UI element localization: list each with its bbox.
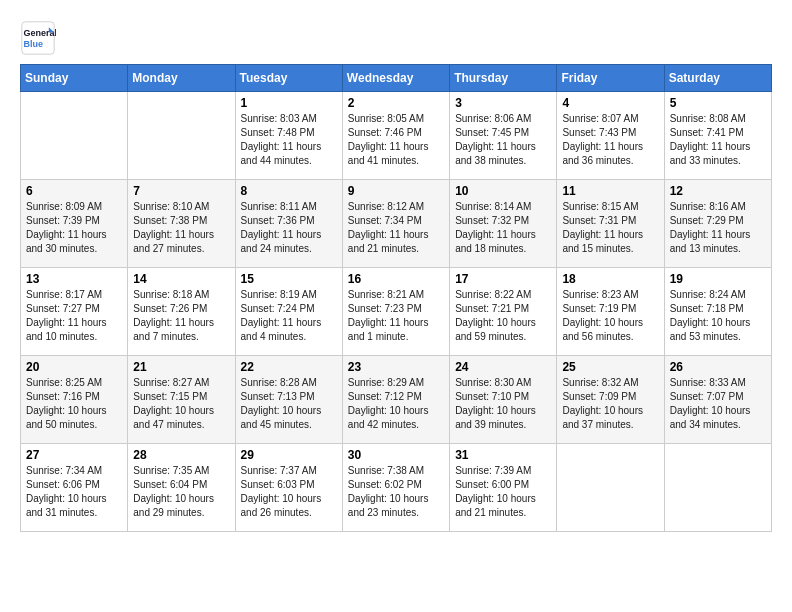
calendar-cell: 9Sunrise: 8:12 AM Sunset: 7:34 PM Daylig… bbox=[342, 180, 449, 268]
day-info: Sunrise: 8:29 AM Sunset: 7:12 PM Dayligh… bbox=[348, 376, 444, 432]
calendar-cell: 7Sunrise: 8:10 AM Sunset: 7:38 PM Daylig… bbox=[128, 180, 235, 268]
calendar-table: SundayMondayTuesdayWednesdayThursdayFrid… bbox=[20, 64, 772, 532]
day-number: 3 bbox=[455, 96, 551, 110]
calendar-cell: 30Sunrise: 7:38 AM Sunset: 6:02 PM Dayli… bbox=[342, 444, 449, 532]
calendar-week-row: 27Sunrise: 7:34 AM Sunset: 6:06 PM Dayli… bbox=[21, 444, 772, 532]
day-number: 17 bbox=[455, 272, 551, 286]
day-info: Sunrise: 8:05 AM Sunset: 7:46 PM Dayligh… bbox=[348, 112, 444, 168]
calendar-cell: 5Sunrise: 8:08 AM Sunset: 7:41 PM Daylig… bbox=[664, 92, 771, 180]
day-info: Sunrise: 8:14 AM Sunset: 7:32 PM Dayligh… bbox=[455, 200, 551, 256]
day-number: 4 bbox=[562, 96, 658, 110]
svg-text:Blue: Blue bbox=[24, 39, 44, 49]
weekday-header: Friday bbox=[557, 65, 664, 92]
day-number: 26 bbox=[670, 360, 766, 374]
calendar-cell: 22Sunrise: 8:28 AM Sunset: 7:13 PM Dayli… bbox=[235, 356, 342, 444]
calendar-cell: 25Sunrise: 8:32 AM Sunset: 7:09 PM Dayli… bbox=[557, 356, 664, 444]
calendar-cell: 21Sunrise: 8:27 AM Sunset: 7:15 PM Dayli… bbox=[128, 356, 235, 444]
day-number: 28 bbox=[133, 448, 229, 462]
day-number: 1 bbox=[241, 96, 337, 110]
day-number: 13 bbox=[26, 272, 122, 286]
day-number: 25 bbox=[562, 360, 658, 374]
day-info: Sunrise: 8:12 AM Sunset: 7:34 PM Dayligh… bbox=[348, 200, 444, 256]
calendar-cell: 3Sunrise: 8:06 AM Sunset: 7:45 PM Daylig… bbox=[450, 92, 557, 180]
logo-icon: General Blue bbox=[20, 20, 56, 56]
day-number: 16 bbox=[348, 272, 444, 286]
weekday-header-row: SundayMondayTuesdayWednesdayThursdayFrid… bbox=[21, 65, 772, 92]
calendar-cell: 1Sunrise: 8:03 AM Sunset: 7:48 PM Daylig… bbox=[235, 92, 342, 180]
day-info: Sunrise: 7:35 AM Sunset: 6:04 PM Dayligh… bbox=[133, 464, 229, 520]
page-header: General Blue bbox=[20, 20, 772, 56]
day-number: 11 bbox=[562, 184, 658, 198]
day-info: Sunrise: 7:37 AM Sunset: 6:03 PM Dayligh… bbox=[241, 464, 337, 520]
day-number: 22 bbox=[241, 360, 337, 374]
weekday-header: Saturday bbox=[664, 65, 771, 92]
calendar-cell: 6Sunrise: 8:09 AM Sunset: 7:39 PM Daylig… bbox=[21, 180, 128, 268]
calendar-cell: 8Sunrise: 8:11 AM Sunset: 7:36 PM Daylig… bbox=[235, 180, 342, 268]
calendar-cell: 16Sunrise: 8:21 AM Sunset: 7:23 PM Dayli… bbox=[342, 268, 449, 356]
calendar-cell: 28Sunrise: 7:35 AM Sunset: 6:04 PM Dayli… bbox=[128, 444, 235, 532]
weekday-header: Monday bbox=[128, 65, 235, 92]
weekday-header: Sunday bbox=[21, 65, 128, 92]
day-info: Sunrise: 8:03 AM Sunset: 7:48 PM Dayligh… bbox=[241, 112, 337, 168]
calendar-cell: 13Sunrise: 8:17 AM Sunset: 7:27 PM Dayli… bbox=[21, 268, 128, 356]
day-info: Sunrise: 8:16 AM Sunset: 7:29 PM Dayligh… bbox=[670, 200, 766, 256]
calendar-week-row: 1Sunrise: 8:03 AM Sunset: 7:48 PM Daylig… bbox=[21, 92, 772, 180]
day-number: 29 bbox=[241, 448, 337, 462]
calendar-cell: 2Sunrise: 8:05 AM Sunset: 7:46 PM Daylig… bbox=[342, 92, 449, 180]
day-number: 12 bbox=[670, 184, 766, 198]
day-info: Sunrise: 8:15 AM Sunset: 7:31 PM Dayligh… bbox=[562, 200, 658, 256]
day-number: 23 bbox=[348, 360, 444, 374]
day-info: Sunrise: 8:33 AM Sunset: 7:07 PM Dayligh… bbox=[670, 376, 766, 432]
day-number: 30 bbox=[348, 448, 444, 462]
calendar-cell: 4Sunrise: 8:07 AM Sunset: 7:43 PM Daylig… bbox=[557, 92, 664, 180]
day-info: Sunrise: 8:19 AM Sunset: 7:24 PM Dayligh… bbox=[241, 288, 337, 344]
day-info: Sunrise: 8:08 AM Sunset: 7:41 PM Dayligh… bbox=[670, 112, 766, 168]
day-number: 9 bbox=[348, 184, 444, 198]
calendar-cell: 19Sunrise: 8:24 AM Sunset: 7:18 PM Dayli… bbox=[664, 268, 771, 356]
day-number: 19 bbox=[670, 272, 766, 286]
day-info: Sunrise: 8:09 AM Sunset: 7:39 PM Dayligh… bbox=[26, 200, 122, 256]
calendar-cell: 14Sunrise: 8:18 AM Sunset: 7:26 PM Dayli… bbox=[128, 268, 235, 356]
day-number: 27 bbox=[26, 448, 122, 462]
day-number: 20 bbox=[26, 360, 122, 374]
day-info: Sunrise: 8:06 AM Sunset: 7:45 PM Dayligh… bbox=[455, 112, 551, 168]
day-number: 2 bbox=[348, 96, 444, 110]
calendar-cell: 11Sunrise: 8:15 AM Sunset: 7:31 PM Dayli… bbox=[557, 180, 664, 268]
day-number: 18 bbox=[562, 272, 658, 286]
day-info: Sunrise: 8:30 AM Sunset: 7:10 PM Dayligh… bbox=[455, 376, 551, 432]
weekday-header: Wednesday bbox=[342, 65, 449, 92]
day-info: Sunrise: 8:11 AM Sunset: 7:36 PM Dayligh… bbox=[241, 200, 337, 256]
calendar-cell: 23Sunrise: 8:29 AM Sunset: 7:12 PM Dayli… bbox=[342, 356, 449, 444]
day-info: Sunrise: 8:18 AM Sunset: 7:26 PM Dayligh… bbox=[133, 288, 229, 344]
day-info: Sunrise: 8:32 AM Sunset: 7:09 PM Dayligh… bbox=[562, 376, 658, 432]
day-number: 24 bbox=[455, 360, 551, 374]
day-number: 21 bbox=[133, 360, 229, 374]
day-number: 5 bbox=[670, 96, 766, 110]
weekday-header: Tuesday bbox=[235, 65, 342, 92]
calendar-cell: 27Sunrise: 7:34 AM Sunset: 6:06 PM Dayli… bbox=[21, 444, 128, 532]
day-info: Sunrise: 8:07 AM Sunset: 7:43 PM Dayligh… bbox=[562, 112, 658, 168]
calendar-cell bbox=[21, 92, 128, 180]
logo: General Blue bbox=[20, 20, 60, 56]
day-number: 14 bbox=[133, 272, 229, 286]
calendar-cell: 26Sunrise: 8:33 AM Sunset: 7:07 PM Dayli… bbox=[664, 356, 771, 444]
calendar-cell: 17Sunrise: 8:22 AM Sunset: 7:21 PM Dayli… bbox=[450, 268, 557, 356]
calendar-week-row: 13Sunrise: 8:17 AM Sunset: 7:27 PM Dayli… bbox=[21, 268, 772, 356]
day-info: Sunrise: 8:21 AM Sunset: 7:23 PM Dayligh… bbox=[348, 288, 444, 344]
calendar-cell: 20Sunrise: 8:25 AM Sunset: 7:16 PM Dayli… bbox=[21, 356, 128, 444]
calendar-cell: 31Sunrise: 7:39 AM Sunset: 6:00 PM Dayli… bbox=[450, 444, 557, 532]
calendar-week-row: 20Sunrise: 8:25 AM Sunset: 7:16 PM Dayli… bbox=[21, 356, 772, 444]
calendar-cell: 15Sunrise: 8:19 AM Sunset: 7:24 PM Dayli… bbox=[235, 268, 342, 356]
day-info: Sunrise: 8:22 AM Sunset: 7:21 PM Dayligh… bbox=[455, 288, 551, 344]
day-info: Sunrise: 7:34 AM Sunset: 6:06 PM Dayligh… bbox=[26, 464, 122, 520]
day-number: 7 bbox=[133, 184, 229, 198]
calendar-cell bbox=[664, 444, 771, 532]
weekday-header: Thursday bbox=[450, 65, 557, 92]
day-info: Sunrise: 8:24 AM Sunset: 7:18 PM Dayligh… bbox=[670, 288, 766, 344]
day-number: 10 bbox=[455, 184, 551, 198]
calendar-cell: 29Sunrise: 7:37 AM Sunset: 6:03 PM Dayli… bbox=[235, 444, 342, 532]
day-number: 15 bbox=[241, 272, 337, 286]
calendar-cell: 24Sunrise: 8:30 AM Sunset: 7:10 PM Dayli… bbox=[450, 356, 557, 444]
day-number: 8 bbox=[241, 184, 337, 198]
calendar-cell: 18Sunrise: 8:23 AM Sunset: 7:19 PM Dayli… bbox=[557, 268, 664, 356]
